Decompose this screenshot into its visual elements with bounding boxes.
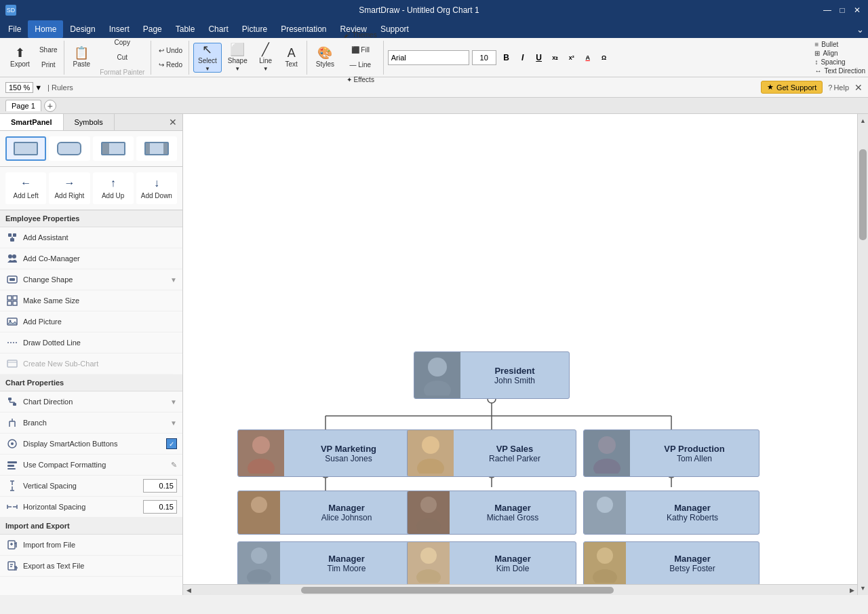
shape-left-image-button[interactable] xyxy=(93,136,134,161)
paste-button[interactable]: 📋 Paste xyxy=(68,43,96,73)
spacing-button[interactable]: ↕ Spacing xyxy=(814,58,865,66)
copy-button[interactable]: Copy xyxy=(96,36,148,50)
shape-both-image-button[interactable] xyxy=(136,136,177,161)
branch-style-label: Branch xyxy=(23,419,166,427)
add-down-icon: ↓ xyxy=(154,177,159,189)
display-buttons-checkbox[interactable]: ✓ xyxy=(166,438,177,449)
ribbon-collapse-button[interactable]: ⌄ xyxy=(853,22,867,36)
rulers-button[interactable]: | Rulers xyxy=(47,83,73,92)
line2-button[interactable]: ― Line xyxy=(340,58,380,72)
format-painter-button[interactable]: Format Painter xyxy=(96,66,148,79)
export-button[interactable]: ⬆ Export xyxy=(5,43,35,73)
superscript-button[interactable]: x² xyxy=(564,50,579,65)
president-node[interactable]: President John Smith xyxy=(414,351,570,399)
export-text-file-row[interactable]: Export as Text File xyxy=(0,556,182,577)
add-down-button[interactable]: ↓ Add Down xyxy=(136,172,177,204)
bold-button[interactable]: B xyxy=(499,50,514,65)
vertical-scrollbar[interactable]: ▲ ▼ xyxy=(857,114,868,595)
share-button[interactable]: Share xyxy=(36,43,61,57)
shape-rect-button[interactable] xyxy=(5,136,46,161)
line-button[interactable]: ╱ Line ▼ xyxy=(254,43,278,73)
add-right-button[interactable]: → Add Right xyxy=(49,172,90,204)
menu-table[interactable]: Table xyxy=(169,20,202,38)
menu-file[interactable]: File xyxy=(1,20,28,38)
manager-alice-node[interactable]: Manager Alice Johnson xyxy=(237,491,414,535)
vp-production-node[interactable]: VP Production Tom Allen xyxy=(583,429,760,477)
window-close-button[interactable]: ✕ xyxy=(852,5,863,16)
align-button[interactable]: ⊞ Align xyxy=(814,50,865,57)
page-tab-1[interactable]: Page 1 xyxy=(5,100,41,111)
change-shape-row[interactable]: Change Shape ▼ xyxy=(0,269,182,290)
manager-michael-node[interactable]: Manager Michael Gross xyxy=(407,491,576,535)
effects-button[interactable]: ✦ Effects xyxy=(340,73,380,87)
zoom-dropdown-icon[interactable]: ▼ xyxy=(35,83,42,92)
menu-presentation[interactable]: Presentation xyxy=(274,20,333,38)
draw-dotted-line-row[interactable]: Draw Dotted Line xyxy=(0,332,182,353)
manager-tim-node[interactable]: Manager Tim Moore xyxy=(237,541,414,586)
maximize-button[interactable]: □ xyxy=(837,5,848,16)
font-size-input[interactable] xyxy=(472,50,496,65)
underline-button[interactable]: U xyxy=(532,50,547,65)
font-color-button[interactable]: A xyxy=(580,50,595,65)
add-picture-row[interactable]: Add Picture xyxy=(0,311,182,332)
compact-format-row[interactable]: Use Compact Formatting ✎ xyxy=(0,455,182,476)
manager-kathy-node[interactable]: Manager Kathy Roberts xyxy=(583,491,760,535)
redo-button[interactable]: ↪ Redo xyxy=(155,58,186,71)
shape-button[interactable]: ⬜ Shape ▼ xyxy=(223,43,252,73)
add-co-manager-row[interactable]: Add Co-Manager xyxy=(0,248,182,269)
import-file-row[interactable]: Import from File xyxy=(0,535,182,556)
menu-home[interactable]: Home xyxy=(28,20,63,38)
styles-button[interactable]: 🎨 Styles xyxy=(311,43,339,73)
horizontal-spacing-input[interactable] xyxy=(143,500,177,514)
font-name-input[interactable] xyxy=(388,50,469,65)
vp-sales-node[interactable]: VP Sales Rachel Parker xyxy=(407,429,576,477)
add-up-button[interactable]: ↑ Add Up xyxy=(93,172,134,204)
export-text-file-label: Export as Text File xyxy=(23,562,177,570)
fill-button[interactable]: ⬛ Fill xyxy=(340,43,380,57)
cut-button[interactable]: Cut xyxy=(96,51,148,64)
add-page-button[interactable]: + xyxy=(44,100,56,112)
text-direction-button[interactable]: ↔ Text Direction xyxy=(814,67,865,75)
undo-button[interactable]: ↩ Undo xyxy=(155,43,186,57)
scroll-left-button[interactable]: ◀ xyxy=(183,585,194,596)
bullet-button[interactable]: ≡ Bullet xyxy=(814,41,865,48)
print-button[interactable]: Print xyxy=(36,58,61,72)
scroll-up-button[interactable]: ▲ xyxy=(858,115,869,126)
select-button[interactable]: ↖ Select ▼ xyxy=(193,43,222,73)
info-bar-close-button[interactable]: ✕ xyxy=(854,82,863,93)
get-support-button[interactable]: ★ Get Support xyxy=(761,81,823,94)
shape-rounded-button[interactable] xyxy=(49,136,90,161)
strikethrough-button[interactable]: Ω xyxy=(597,50,612,65)
chart-direction-row[interactable]: Chart Direction ▼ xyxy=(0,391,182,412)
horizontal-scrollbar[interactable]: ◀ ▶ xyxy=(183,584,857,595)
make-same-size-row[interactable]: Make Same Size xyxy=(0,290,182,311)
manager-betsy-node[interactable]: Manager Betsy Foster xyxy=(583,541,760,586)
themes-button[interactable]: 🖌 Themes xyxy=(340,28,380,42)
scroll-right-button[interactable]: ▶ xyxy=(846,585,857,596)
compact-format-edit-icon[interactable]: ✎ xyxy=(171,461,177,469)
symbols-tab[interactable]: Symbols xyxy=(64,114,115,130)
branch-style-row[interactable]: Branch ▼ xyxy=(0,412,182,434)
canvas-scroll[interactable]: President John Smith VP Marketing Su xyxy=(183,114,868,595)
import-file-label: Import from File xyxy=(23,541,177,549)
scroll-down-button[interactable]: ▼ xyxy=(858,583,869,594)
add-picture-icon xyxy=(5,315,19,328)
subscript-button[interactable]: x₂ xyxy=(548,50,563,65)
svg-point-62 xyxy=(424,381,451,396)
text-button[interactable]: A Text xyxy=(279,43,304,73)
vp-marketing-node[interactable]: VP Marketing Susan Jones xyxy=(237,429,414,477)
display-buttons-row[interactable]: Display SmartAction Buttons ✓ xyxy=(0,434,182,455)
vertical-spacing-input[interactable] xyxy=(143,479,177,493)
add-assistant-row[interactable]: Add Assistant xyxy=(0,227,182,248)
help-button[interactable]: ? Help xyxy=(828,83,849,92)
italic-button[interactable]: I xyxy=(515,50,530,65)
manager-michael-text: Manager Michael Gross xyxy=(450,497,576,528)
minimize-button[interactable]: — xyxy=(822,5,833,16)
menu-picture[interactable]: Picture xyxy=(235,20,274,38)
add-left-button[interactable]: ← Add Left xyxy=(5,172,46,204)
manager-kim-node[interactable]: Manager Kim Dole xyxy=(407,541,576,586)
sidebar-close-button[interactable]: ✕ xyxy=(163,114,182,130)
president-title: President xyxy=(494,366,534,376)
menu-chart[interactable]: Chart xyxy=(201,20,235,38)
smartpanel-tab[interactable]: SmartPanel xyxy=(0,114,64,130)
